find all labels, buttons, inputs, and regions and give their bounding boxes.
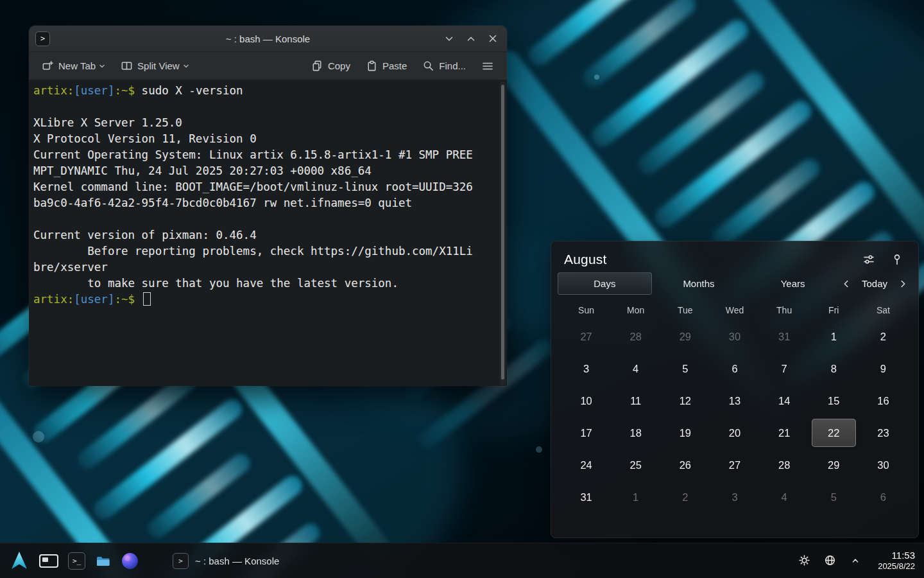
find-button[interactable]: Find... — [417, 56, 471, 76]
search-icon — [422, 60, 434, 72]
terminal-line: bre/xserver — [33, 259, 498, 276]
calendar-day[interactable]: 13 — [712, 387, 757, 415]
calendar-day[interactable]: 29 — [663, 322, 707, 351]
copy-button[interactable]: Copy — [306, 56, 355, 76]
calendar-day[interactable]: 27 — [564, 322, 608, 351]
calendar-day[interactable]: 16 — [861, 387, 905, 415]
calendar-day[interactable]: 6 — [712, 355, 757, 383]
previous-month-button[interactable] — [840, 277, 853, 290]
chevron-down-icon — [183, 63, 189, 69]
terminal-line: Before reporting problems, check https:/… — [33, 243, 498, 259]
calendar-day[interactable]: 15 — [812, 387, 856, 415]
app-launcher-button[interactable] — [9, 550, 30, 571]
minimize-button[interactable] — [441, 31, 457, 46]
split-view-button[interactable]: Split View — [116, 56, 194, 76]
calendar-day[interactable]: 1 — [812, 322, 856, 351]
paste-button[interactable]: Paste — [361, 56, 412, 76]
calendar-configure-button[interactable] — [862, 252, 876, 267]
konsole-app-icon-glyph: > — [40, 34, 45, 43]
calendar-day[interactable]: 7 — [762, 355, 807, 383]
terminal[interactable]: artix:[user]:~$ sudo X -version XLibre X… — [29, 80, 507, 386]
calendar-day-selected[interactable]: 22 — [812, 419, 856, 447]
chevron-down-icon — [99, 63, 105, 69]
konsole-launcher[interactable]: >_ — [68, 552, 85, 570]
tray-expand-button[interactable] — [848, 554, 862, 568]
terminal-line: MPT_DYNAMIC Thu, 24 Jul 2025 20:27:03 +0… — [33, 163, 498, 179]
calendar-day[interactable]: 25 — [613, 451, 658, 479]
taskbar-task-konsole[interactable]: > ~ : bash — Konsole — [165, 550, 287, 572]
calendar-day[interactable]: 10 — [564, 387, 608, 415]
maximize-button[interactable] — [463, 31, 479, 46]
virtual-desktop-icon — [39, 554, 58, 568]
calendar-day[interactable]: 2 — [663, 483, 707, 511]
calendar-day[interactable]: 23 — [861, 419, 905, 447]
calendar-day[interactable]: 29 — [812, 451, 856, 479]
chevron-up-icon — [465, 33, 477, 44]
calendar-day[interactable]: 5 — [812, 483, 856, 511]
scrollbar-thumb[interactable] — [501, 85, 504, 380]
folder-icon — [95, 553, 112, 568]
calendar-day[interactable]: 8 — [812, 355, 856, 383]
calendar-day[interactable]: 3 — [712, 483, 757, 511]
browser-launcher[interactable] — [121, 552, 139, 570]
terminal-line: to make sure that you have the latest ve… — [33, 276, 498, 292]
terminal-command: sudo X -version — [142, 84, 243, 97]
digital-clock[interactable]: 11:53 2025/8/22 — [874, 549, 915, 572]
terminal-text: artix:[user]:~$ sudo X -version XLibre X… — [29, 80, 498, 386]
scrollbar[interactable] — [500, 82, 506, 385]
menu-button[interactable] — [476, 56, 499, 76]
prompt-path: :~$ — [114, 293, 141, 306]
weekday-label: Tue — [660, 304, 710, 317]
tab-days[interactable]: Days — [558, 272, 652, 295]
calendar-day[interactable]: 28 — [762, 451, 807, 479]
titlebar[interactable]: > ~ : bash — Konsole — [29, 26, 507, 52]
brightness-icon — [798, 554, 810, 566]
file-manager-launcher[interactable] — [95, 553, 112, 568]
calendar-day[interactable]: 30 — [712, 322, 757, 351]
terminal-line — [33, 99, 498, 115]
terminal-output: XLibre X Server 1.25.0X Protocol Version… — [33, 99, 498, 292]
tab-months[interactable]: Months — [652, 272, 746, 295]
close-button[interactable] — [485, 31, 501, 46]
brightness-tray-button[interactable] — [797, 554, 811, 568]
calendar-day[interactable]: 24 — [564, 451, 608, 479]
calendar-day[interactable]: 31 — [564, 483, 608, 511]
calendar-day[interactable]: 12 — [663, 387, 707, 415]
calendar-day[interactable]: 20 — [712, 419, 757, 447]
copy-label: Copy — [328, 60, 350, 71]
paste-icon — [366, 60, 378, 72]
calendar-day[interactable]: 11 — [613, 387, 658, 415]
calendar-day[interactable]: 27 — [712, 451, 757, 479]
calendar-day[interactable]: 18 — [613, 419, 658, 447]
calendar-day[interactable]: 4 — [613, 355, 658, 383]
calendar-day[interactable]: 30 — [861, 451, 905, 479]
pager-widget[interactable] — [39, 554, 58, 568]
calendar-day[interactable]: 2 — [861, 322, 905, 351]
new-tab-label: New Tab — [58, 60, 96, 71]
calendar-day[interactable]: 31 — [762, 322, 807, 351]
konsole-app-icon[interactable]: > — [35, 31, 50, 46]
copy-icon — [311, 60, 323, 72]
calendar-day[interactable]: 6 — [861, 483, 905, 511]
calendar-day[interactable]: 26 — [663, 451, 707, 479]
new-tab-button[interactable]: New Tab — [37, 56, 110, 76]
calendar-day[interactable]: 9 — [861, 355, 905, 383]
tab-years[interactable]: Years — [746, 272, 840, 295]
network-tray-button[interactable] — [823, 554, 837, 568]
calendar-pin-button[interactable] — [890, 252, 904, 267]
calendar-day[interactable]: 4 — [762, 483, 807, 511]
next-month-button[interactable] — [896, 277, 909, 290]
prompt-host: artix: — [33, 84, 74, 97]
calendar-day[interactable]: 28 — [613, 322, 658, 351]
calendar-day[interactable]: 17 — [564, 419, 608, 447]
terminal-line: X Protocol Version 11, Revision 0 — [33, 131, 498, 147]
calendar-day[interactable]: 3 — [564, 355, 608, 383]
calendar-day[interactable]: 14 — [762, 387, 807, 415]
today-button[interactable]: Today — [862, 278, 887, 289]
calendar-day[interactable]: 1 — [613, 483, 658, 511]
calendar-day[interactable]: 21 — [762, 419, 807, 447]
calendar-day[interactable]: 5 — [663, 355, 707, 383]
calendar-day[interactable]: 19 — [663, 419, 707, 447]
task-label: ~ : bash — Konsole — [195, 556, 279, 566]
split-view-icon — [121, 60, 133, 72]
